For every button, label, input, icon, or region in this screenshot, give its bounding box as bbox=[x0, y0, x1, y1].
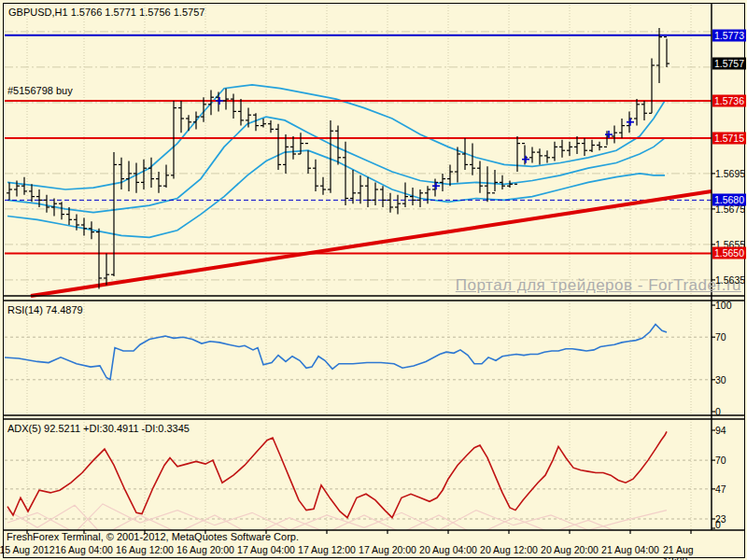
rsi-tick-label: 70 bbox=[715, 331, 726, 343]
time-tick-label: 21 Aug 04:00 bbox=[601, 544, 659, 555]
time-tick-label: 20 Aug 12:00 bbox=[480, 544, 538, 555]
adx-tick-label: 0 bbox=[715, 519, 721, 530]
chart-title: GBPUSD,H1 1.5766 1.5771 1.5756 1.5757 bbox=[8, 7, 204, 18]
adx-tick-label: 94 bbox=[715, 425, 726, 436]
fortrader-watermark: Портал для трейдеров - ForTrader.ru bbox=[456, 276, 741, 295]
time-tick-label: 17 Aug 12:00 bbox=[298, 544, 356, 555]
adx-tick-label: 47 bbox=[715, 483, 726, 495]
adx-tick-label: 70 bbox=[715, 455, 726, 466]
time-tick-label: 20 Aug 04:00 bbox=[419, 544, 477, 555]
time-tick-label: 16 Aug 04:00 bbox=[55, 544, 113, 555]
time-tick-label: 16 Aug 12:00 bbox=[116, 544, 174, 555]
time-tick-label: 17 Aug 20:00 bbox=[359, 544, 416, 555]
time-tick-label: 20 Aug 20:00 bbox=[541, 544, 599, 555]
time-tick-label: 15 Aug 2012 bbox=[0, 544, 54, 555]
price-tick-label: 1.5695 bbox=[715, 168, 745, 179]
rsi-tick-label: 0 bbox=[715, 406, 721, 417]
rsi-tick-label: 100 bbox=[715, 300, 732, 311]
price-level-badge: 1.5650 bbox=[712, 247, 746, 259]
rsi-tick-label: 30 bbox=[715, 374, 726, 385]
price-level-badge: 1.5680 bbox=[712, 194, 746, 206]
price-level-badge: 1.5757 bbox=[712, 58, 746, 70]
time-tick-label: 21 Aug 12:00 bbox=[663, 544, 719, 560]
terminal-copyright: FreshForex Terminal, © 2001-2012, MetaQu… bbox=[7, 531, 299, 542]
rsi-indicator-label: RSI(14) 74.4879 bbox=[7, 304, 83, 315]
time-tick-label: 16 Aug 20:00 bbox=[176, 544, 234, 555]
time-tick-label: 17 Aug 04:00 bbox=[237, 544, 295, 555]
price-level-badge: 1.5773 bbox=[712, 29, 746, 41]
mt4-terminal-window: GBPUSD,H1 1.5766 1.5771 1.5756 1.5757 #5… bbox=[0, 0, 747, 560]
adx-indicator-label: ADX(5) 92.5211 +DI:30.4911 -DI:0.3345 bbox=[7, 423, 190, 434]
price-level-badge: 1.5715 bbox=[712, 132, 746, 144]
price-level-badge: 1.5736 bbox=[712, 95, 746, 107]
price-tick-label: 1.5635 bbox=[715, 274, 745, 286]
open-order-label: #5156798 buy bbox=[7, 85, 73, 96]
